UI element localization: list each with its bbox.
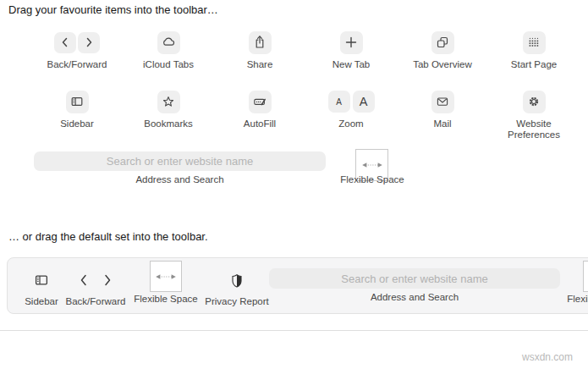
sidebar-button[interactable] — [66, 91, 89, 113]
default-item-label: Address and Search — [371, 292, 459, 302]
tab-overview-button[interactable] — [431, 31, 454, 54]
autofill-button[interactable] — [249, 91, 272, 113]
default-set-title: … or drag the default set into the toolb… — [8, 230, 208, 243]
palette-item-back-forward[interactable]: Back/Forward — [31, 30, 123, 70]
default-toolbar-set[interactable]: Sidebar Back/Forward — [7, 257, 588, 314]
palette-row-2: Sidebar Bookmarks AutoFill — [31, 90, 580, 140]
customize-toolbar-sheet: Drag your favourite items into the toolb… — [0, 0, 588, 369]
bookmarks-button[interactable] — [157, 91, 180, 113]
flexible-space-box — [583, 261, 588, 292]
address-search-field[interactable] — [34, 151, 326, 171]
chevron-left-icon[interactable] — [77, 273, 91, 288]
default-item-address-search[interactable]: Address and Search — [269, 268, 560, 302]
flexible-space-label: Flexible Space — [335, 174, 409, 184]
share-icon — [251, 34, 268, 51]
palette-item-new-tab[interactable]: New Tab — [305, 30, 397, 70]
share-button[interactable] — [249, 31, 272, 54]
new-tab-button[interactable] — [340, 31, 363, 54]
star-icon — [160, 93, 177, 110]
palette-item-icloud-tabs[interactable]: iCloud Tabs — [123, 30, 214, 70]
large-a-icon: A — [360, 95, 368, 108]
palette-item-label: Website Preferences — [499, 118, 569, 140]
autofill-icon — [251, 93, 268, 110]
default-item-back-forward[interactable]: Back/Forward — [65, 266, 126, 306]
palette-item-label: Zoom — [338, 118, 363, 129]
cloud-icon — [160, 34, 177, 51]
palette-item-start-page[interactable]: Start Page — [488, 30, 580, 70]
small-a-icon: A — [336, 97, 342, 107]
chevron-right-icon — [82, 36, 96, 49]
default-item-label: Back/Forward — [66, 296, 126, 306]
default-item-flexible-space-right[interactable]: Flexible Space — [567, 261, 588, 304]
envelope-icon — [434, 93, 451, 110]
palette-item-share[interactable]: Share — [214, 30, 305, 70]
palette-item-sidebar[interactable]: Sidebar — [31, 90, 123, 140]
palette-item-tab-overview[interactable]: Tab Overview — [397, 30, 488, 70]
default-item-sidebar[interactable]: Sidebar — [19, 266, 63, 306]
zoom-out-text-button[interactable]: A — [328, 91, 350, 113]
default-item-flexible-space[interactable]: Flexible Space — [127, 261, 205, 304]
flexible-space-box — [150, 261, 182, 292]
sidebar-icon — [32, 266, 51, 295]
palette-row-1: Back/Forward iCloud Tabs Share — [31, 30, 580, 70]
address-search-field[interactable] — [269, 268, 560, 289]
palette-item-label: Mail — [433, 118, 451, 129]
palette-item-label: iCloud Tabs — [143, 59, 194, 70]
mail-button[interactable] — [431, 91, 454, 113]
chevron-right-icon[interactable] — [101, 273, 114, 288]
watermark: wsxdn.com — [522, 351, 573, 363]
palette-item-bookmarks[interactable]: Bookmarks — [123, 90, 214, 140]
zoom-in-text-button[interactable]: A — [353, 91, 375, 113]
palette-item-label: Sidebar — [60, 118, 94, 129]
palette-item-website-preferences[interactable]: Website Preferences — [488, 90, 580, 140]
chevron-left-icon — [58, 36, 72, 49]
default-item-label: Flexible Space — [134, 294, 197, 304]
flexible-space-arrow-icon — [360, 159, 385, 171]
back-button[interactable] — [54, 32, 76, 53]
forward-button[interactable] — [78, 32, 100, 53]
palette-item-label: Tab Overview — [413, 59, 472, 70]
palette-item-label: Bookmarks — [144, 118, 193, 129]
start-page-button[interactable] — [523, 31, 546, 54]
gear-icon — [525, 93, 542, 110]
privacy-shield-icon — [229, 266, 245, 295]
palette-item-label: Share — [247, 59, 273, 70]
palette-item-autofill[interactable]: AutoFill — [214, 90, 305, 140]
default-item-label: Privacy Report — [205, 296, 268, 306]
plus-icon — [343, 34, 360, 51]
palette-item-label: Back/Forward — [47, 59, 107, 70]
default-item-privacy-report[interactable]: Privacy Report — [201, 266, 273, 306]
dots-grid-icon — [525, 34, 542, 51]
default-item-label: Flexible Space — [567, 294, 588, 304]
default-item-label: Sidebar — [25, 296, 58, 306]
tab-overview-icon — [434, 34, 451, 51]
icloud-tabs-button[interactable] — [157, 31, 180, 54]
palette-item-zoom[interactable]: A A Zoom — [305, 90, 397, 140]
favourites-title: Drag your favourite items into the toolb… — [8, 3, 218, 16]
palette-item-label: Start Page — [511, 59, 557, 70]
divider — [0, 330, 588, 331]
website-preferences-button[interactable] — [523, 91, 546, 113]
sidebar-icon — [69, 93, 85, 110]
palette-item-label: AutoFill — [244, 118, 276, 129]
palette-item-label: New Tab — [332, 59, 371, 70]
palette-item-mail[interactable]: Mail — [397, 90, 488, 140]
flexible-space-arrow-icon — [153, 271, 179, 283]
address-search-label: Address and Search — [34, 174, 326, 184]
